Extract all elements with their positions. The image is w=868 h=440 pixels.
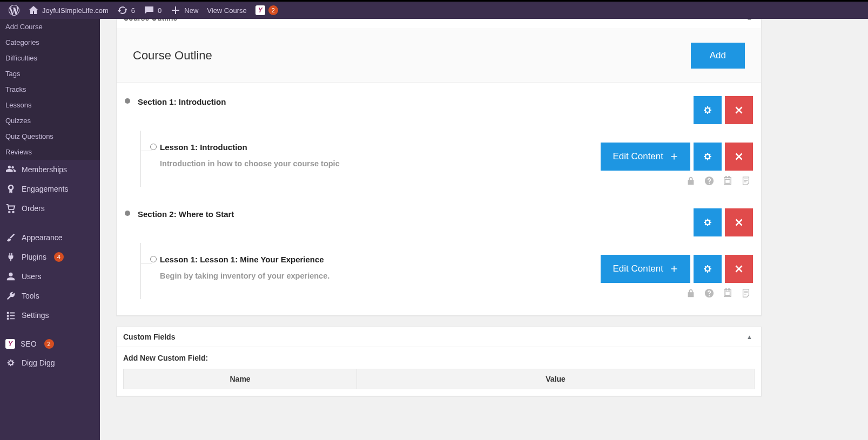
yoast-badge: 2	[268, 5, 278, 15]
lesson-description: Begin by taking inventory of your experi…	[160, 272, 329, 280]
comments-link[interactable]: 0	[139, 2, 166, 19]
lesson-settings-button[interactable]	[694, 143, 722, 171]
sidebar-subitem[interactable]: Quiz Questions	[0, 128, 100, 144]
main-content: Course Outline ▲ Course Outline Add Sect…	[100, 19, 778, 440]
gear-icon	[5, 357, 16, 368]
lesson-circle-icon	[150, 144, 157, 150]
custom-fields-header: Custom Fields ▲	[117, 327, 761, 347]
section-settings-button[interactable]	[694, 96, 722, 124]
lesson-delete-button[interactable]	[725, 143, 753, 171]
view-course-label: View Course	[207, 6, 246, 15]
section-dot-icon	[125, 211, 130, 216]
sidebar-item-plugins[interactable]: Plugins4	[0, 247, 100, 267]
yoast-menu[interactable]: Y2	[251, 2, 282, 19]
lesson-circle-icon	[150, 256, 157, 262]
lock-icon[interactable]	[686, 176, 697, 187]
site-name-text: JoyfulSimpleLife.com	[42, 6, 109, 15]
sidebar-subitem[interactable]: Add Course	[0, 19, 100, 35]
panel-header-cutoff: Course Outline ▲	[117, 19, 761, 29]
lesson-title: Lesson 1: Introduction	[160, 143, 340, 152]
custom-fields-panel: Custom Fields ▲ Add New Custom Field: Na…	[116, 327, 762, 396]
comments-count: 0	[158, 6, 162, 15]
sidebar-subitem[interactable]: Lessons	[0, 97, 100, 113]
section-row: Section 2: Where to StartLesson 1: Lesso…	[125, 208, 753, 299]
lesson-delete-button[interactable]	[725, 255, 753, 283]
new-content-link[interactable]: New	[166, 2, 203, 19]
calendar-icon[interactable]	[723, 288, 734, 299]
wrench-icon	[5, 290, 16, 301]
collapse-toggle[interactable]: ▲	[744, 331, 755, 342]
section-dot-icon	[125, 98, 130, 104]
section-delete-button[interactable]	[725, 208, 753, 236]
sidebar-subitem[interactable]: Tracks	[0, 82, 100, 97]
plug-icon	[5, 252, 16, 262]
user-icon	[5, 271, 16, 282]
badge: 2	[44, 339, 54, 349]
site-name-link[interactable]: JoyfulSimpleLife.com	[24, 2, 113, 19]
lesson-settings-button[interactable]	[694, 255, 722, 283]
custom-fields-table: Name Value	[123, 369, 755, 389]
plus-icon	[170, 5, 181, 16]
outline-title: Course Outline	[133, 49, 212, 63]
sidebar-item-appearance[interactable]: Appearance	[0, 228, 100, 247]
sidebar-subitem[interactable]: Difficulties	[0, 50, 100, 66]
section-delete-button[interactable]	[725, 96, 753, 124]
sidebar-item-memberships[interactable]: Memberships	[0, 160, 100, 179]
sidebar-item-label: Tools	[22, 292, 39, 300]
calendar-icon[interactable]	[723, 176, 734, 187]
view-course-link[interactable]: View Course	[203, 2, 251, 19]
section-title: Section 2: Where to Start	[138, 208, 234, 219]
home-icon	[28, 5, 39, 16]
sidebar-item-seo[interactable]: YSEO2	[0, 335, 100, 353]
panel-header-cutoff-text: Course Outline	[123, 19, 177, 22]
custom-fields-title: Custom Fields	[123, 333, 175, 341]
sidebar-item-settings[interactable]: Settings	[0, 306, 100, 325]
updates-link[interactable]: 6	[113, 2, 139, 19]
wordpress-icon	[9, 5, 19, 16]
sidebar-item-label: Orders	[22, 204, 45, 213]
cart-icon	[5, 203, 16, 214]
sidebar-subitem[interactable]: Tags	[0, 66, 100, 82]
sidebar-item-label: Plugins	[22, 253, 46, 261]
help-icon[interactable]	[704, 288, 715, 299]
sidebar-item-label: Settings	[22, 311, 49, 320]
note-icon[interactable]	[741, 176, 752, 187]
sidebar-item-orders[interactable]: Orders	[0, 199, 100, 218]
course-outline-panel: Course Outline ▲ Course Outline Add Sect…	[116, 19, 762, 316]
edit-content-button[interactable]: Edit Content	[601, 143, 690, 171]
sidebar-item-users[interactable]: Users	[0, 267, 100, 286]
sidebar-item-label: Users	[22, 272, 42, 281]
section-title: Section 1: Introduction	[138, 96, 226, 106]
sidebar-subitem[interactable]: Categories	[0, 35, 100, 50]
sidebar-item-engagements[interactable]: Engagements	[0, 179, 100, 199]
sidebar-item-tools[interactable]: Tools	[0, 286, 100, 306]
outline-header-bar: Course Outline Add	[117, 29, 761, 83]
edit-content-button[interactable]: Edit Content	[601, 255, 690, 283]
sidebar-item-digg-digg[interactable]: Digg Digg	[0, 353, 100, 373]
collapse-toggle[interactable]: ▲	[744, 19, 755, 23]
new-label: New	[184, 6, 198, 15]
sidebar-item-label: SEO	[21, 340, 37, 348]
lock-icon[interactable]	[686, 288, 697, 299]
section-settings-button[interactable]	[694, 208, 722, 236]
sidebar-item-label: Appearance	[22, 233, 63, 242]
note-icon[interactable]	[741, 288, 752, 299]
yoast-icon: Y	[5, 339, 15, 349]
sidebar-item-label: Digg Digg	[22, 358, 55, 367]
users-icon	[5, 164, 16, 175]
yoast-icon: Y	[255, 5, 265, 15]
sidebar-item-label: Memberships	[22, 165, 67, 174]
refresh-icon	[117, 5, 128, 16]
add-button[interactable]: Add	[691, 43, 745, 69]
help-icon[interactable]	[704, 176, 715, 187]
wp-logo-menu[interactable]	[4, 2, 24, 19]
sidebar-item-label: Engagements	[22, 185, 68, 193]
updates-count: 6	[131, 6, 135, 15]
sidebar-subitem[interactable]: Quizzes	[0, 113, 100, 128]
admin-bar: JoyfulSimpleLife.com 6 0 New View Course…	[0, 2, 868, 19]
sidebar-subitem[interactable]: Reviews	[0, 144, 100, 160]
lesson-row: Lesson 1: Lesson 1: Mine Your Experience…	[140, 243, 753, 299]
cf-col-name: Name	[124, 369, 357, 389]
badge-icon	[5, 184, 16, 194]
brush-icon	[5, 232, 16, 243]
